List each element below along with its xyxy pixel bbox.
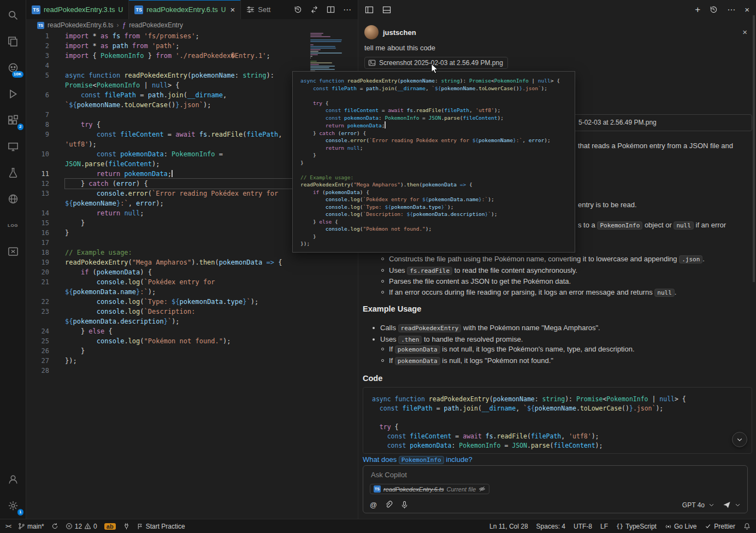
response-code-block[interactable]: async function readPokedexEntry(pokemonN…	[363, 387, 752, 454]
flag-icon	[137, 523, 144, 530]
explorer-icon[interactable]	[0, 28, 26, 55]
tab-label: Sett	[258, 5, 270, 14]
remote-explorer-icon[interactable]	[0, 133, 26, 160]
prettier-item[interactable]: Prettier	[705, 523, 735, 530]
example-usage-heading: Example Usage	[363, 304, 421, 313]
response-text-fragment: s to a PokemonInfo object or null if an …	[578, 221, 726, 229]
status-bar-left: >< main* 12 0 ab Start Practice	[5, 523, 185, 530]
git-branch-icon	[18, 523, 25, 530]
chevron-down-icon[interactable]	[735, 502, 741, 508]
preview-code: async function readPokedexEntry(pokemonN…	[300, 77, 567, 248]
typescript-file-icon: TS	[134, 5, 143, 14]
eye-off-icon[interactable]	[479, 485, 486, 493]
brackets-icon: {}	[616, 523, 623, 530]
breadcrumb[interactable]: TS readPokedexEntry.6.ts › ƒ readPokedex…	[26, 19, 358, 31]
git-untracked-badge: U	[119, 6, 123, 14]
scroll-to-bottom-button[interactable]	[732, 432, 747, 447]
check-icon	[705, 523, 712, 530]
user-name: justschen	[383, 28, 416, 37]
user-message: tell me about this code	[364, 44, 435, 52]
tab-settings[interactable]: Sett	[241, 0, 276, 19]
start-practice-item[interactable]: Start Practice	[137, 523, 185, 530]
layout-panel-icon[interactable]	[382, 5, 391, 14]
reference-name-fragment: 5-02-03 at 2.56.49 PM.png	[578, 119, 657, 126]
history-icon[interactable]	[294, 5, 302, 14]
language-mode-item[interactable]: {} TypeScript	[616, 523, 657, 530]
mouse-cursor	[431, 63, 439, 74]
ab-extension-badge[interactable]: ab	[104, 523, 116, 530]
run-debug-icon[interactable]	[0, 81, 26, 107]
tab-readpokedexentry-3[interactable]: TS readPokedexEntry.3.ts U	[26, 0, 129, 19]
browser-globe-icon[interactable]	[0, 186, 26, 212]
followup-suggestion[interactable]: What does PokemonInfo include?	[363, 455, 472, 464]
new-chat-icon[interactable]: +	[695, 4, 700, 15]
more-actions-icon[interactable]: ⋯	[343, 5, 351, 15]
send-icon[interactable]	[723, 501, 731, 509]
response-text-fragment: entry is to be read.	[578, 201, 637, 209]
encoding-item[interactable]: UTF-8	[574, 523, 592, 530]
split-editor-icon[interactable]	[327, 5, 335, 14]
close-panel-icon[interactable]: ×	[745, 5, 749, 14]
settings-gear-icon[interactable]: 1	[0, 493, 26, 519]
copilot-icon[interactable]: 10K	[0, 55, 26, 81]
output-box-icon[interactable]	[0, 238, 26, 265]
problems-item[interactable]: 12 0	[66, 523, 97, 530]
chat-history-icon[interactable]	[710, 5, 718, 14]
activity-bar: 10K 2 LOG 1	[0, 0, 26, 519]
warning-icon	[84, 523, 91, 530]
attachment-name: Screenshot 2025-02-03 at 2.56.49 PM.png	[379, 59, 503, 67]
more-actions-icon[interactable]: ⋯	[727, 5, 735, 15]
screenshot-hover-preview: async function readPokedexEntry(pokemonN…	[292, 71, 575, 253]
chevron-down-icon	[736, 436, 743, 443]
mention-icon[interactable]: @	[370, 501, 377, 509]
bullet-circle	[381, 269, 384, 272]
cursor-position-item[interactable]: Ln 11, Col 28	[489, 523, 528, 530]
extensions-icon[interactable]: 2	[0, 107, 26, 133]
eol-item[interactable]: LF	[600, 523, 608, 530]
log-extension-icon[interactable]: LOG	[0, 212, 26, 238]
notifications-bell-icon[interactable]	[743, 523, 751, 530]
accounts-icon[interactable]	[0, 466, 26, 493]
testing-icon[interactable]	[0, 160, 26, 186]
chat-header-left	[365, 5, 391, 14]
status-bar-right: Ln 11, Col 28 Spaces: 4 UTF-8 LF {} Type…	[489, 523, 751, 530]
model-picker[interactable]: GPT 4o	[682, 501, 705, 509]
delete-message-icon[interactable]: ×	[742, 27, 747, 37]
chat-header: + ⋯ ×	[358, 0, 756, 19]
example-sublist: If pokemonData is not null, it logs the …	[381, 344, 752, 366]
sync-icon[interactable]	[51, 523, 58, 530]
close-tab-icon[interactable]: ×	[230, 5, 235, 14]
list-item: If pokemonData is null, it logs "Pokémon…	[381, 355, 752, 367]
typescript-file-icon: TS	[32, 5, 40, 14]
bullet-disc	[373, 338, 375, 341]
user-avatar	[364, 25, 379, 39]
chevron-down-icon[interactable]	[708, 502, 714, 508]
chat-scrollbar[interactable]	[753, 15, 755, 282]
go-live-item[interactable]: Go Live	[665, 523, 696, 530]
list-item: Constructs the file path using the Pokém…	[381, 254, 752, 265]
open-chat-in-editor-icon[interactable]	[365, 5, 374, 14]
plug-icon[interactable]	[123, 523, 130, 530]
git-branch-item[interactable]: main*	[18, 523, 44, 530]
model-and-send: GPT 4o	[682, 501, 741, 509]
indentation-item[interactable]: Spaces: 4	[536, 523, 565, 530]
tab-label: readPokedexEntry.6.ts	[146, 5, 218, 14]
chat-input[interactable]	[370, 470, 590, 479]
copilot-badge: 10K	[12, 71, 23, 78]
tab-readpokedexentry-6[interactable]: TS readPokedexEntry.6.ts U ×	[129, 0, 241, 19]
bullet-disc	[373, 327, 375, 329]
microphone-icon[interactable]	[400, 501, 409, 509]
search-icon[interactable]	[0, 2, 26, 28]
example-list: Calls readPokedexEntry with the Pokémon …	[373, 323, 743, 345]
breadcrumb-symbol[interactable]: readPokedexEntry	[129, 21, 183, 29]
bullet-circle	[381, 280, 384, 283]
sliders-icon	[246, 5, 255, 14]
bullet-circle	[381, 257, 384, 260]
tab-bar: TS readPokedexEntry.3.ts U TS readPokede…	[26, 0, 358, 19]
remote-indicator[interactable]: ><	[5, 523, 11, 529]
context-file-chip[interactable]: TS readPokedexEntry.6.ts Current file	[370, 484, 489, 494]
compare-changes-icon[interactable]	[310, 5, 318, 14]
chat-input-box[interactable]: TS readPokedexEntry.6.ts Current file @ …	[363, 465, 748, 513]
attach-paperclip-icon[interactable]	[385, 501, 393, 509]
breadcrumb-file[interactable]: readPokedexEntry.6.ts	[48, 21, 114, 29]
